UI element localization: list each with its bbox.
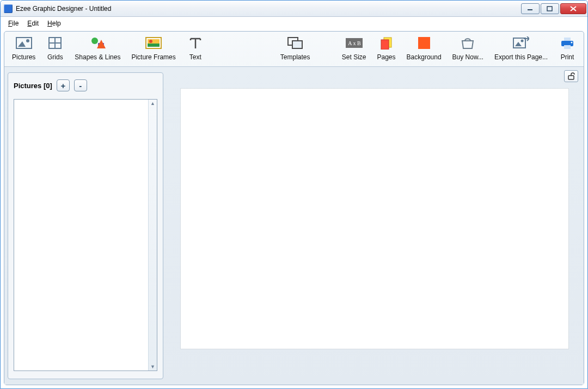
canvas-area <box>167 67 584 385</box>
minimize-icon <box>527 6 534 11</box>
remove-picture-button[interactable]: - <box>74 79 87 91</box>
pictures-icon <box>15 36 33 50</box>
svg-rect-14 <box>148 44 160 47</box>
menu-help[interactable]: Help <box>43 17 65 30</box>
grids-icon <box>46 36 64 50</box>
tool-frames[interactable]: Picture Frames <box>126 34 181 63</box>
tool-templates[interactable]: Templates <box>275 34 316 63</box>
svg-rect-22 <box>513 38 525 48</box>
tool-text[interactable]: Text <box>181 34 210 63</box>
pictures-panel: Pictures [0] + - ▲ ▼ <box>8 72 163 379</box>
tool-label: Set Size <box>342 53 366 61</box>
svg-point-13 <box>149 40 152 43</box>
tool-shapes[interactable]: Shapes & Lines <box>69 34 126 63</box>
lock-toggle[interactable] <box>564 70 578 82</box>
tool-label: Pages <box>377 53 396 61</box>
svg-rect-26 <box>564 38 571 41</box>
background-icon <box>415 36 433 50</box>
svg-rect-27 <box>564 45 571 49</box>
svg-point-8 <box>91 38 98 44</box>
maximize-icon <box>547 6 553 11</box>
svg-rect-20 <box>381 40 389 50</box>
svg-marker-3 <box>18 41 26 47</box>
tool-label: Buy Now... <box>452 53 483 61</box>
tool-label: Grids <box>47 53 63 61</box>
close-icon <box>569 6 577 11</box>
add-picture-button[interactable]: + <box>57 79 70 91</box>
app-window: Ezee Graphic Designer - Untitled File Ed… <box>0 0 588 389</box>
export-icon <box>512 36 530 50</box>
shapes-icon <box>89 36 106 50</box>
scroll-down-icon[interactable]: ▼ <box>149 363 157 371</box>
tool-label: Export this Page... <box>494 53 548 61</box>
canvas[interactable] <box>181 89 568 349</box>
window-title: Ezee Graphic Designer - Untitled <box>16 5 111 13</box>
templates-icon <box>286 36 304 50</box>
close-button[interactable] <box>560 3 586 14</box>
unlock-icon <box>567 72 575 80</box>
setsize-icon: A x B <box>345 36 363 50</box>
workarea: Pictures [0] + - ▲ ▼ <box>4 67 584 385</box>
pictures-list[interactable]: ▲ ▼ <box>14 99 157 371</box>
svg-point-24 <box>520 40 523 42</box>
scroll-up-icon[interactable]: ▲ <box>149 100 157 107</box>
print-icon <box>559 36 576 50</box>
tool-export[interactable]: Export this Page... <box>489 34 553 63</box>
text-icon <box>187 36 204 50</box>
tool-label: Print <box>561 53 574 61</box>
maximize-button[interactable] <box>541 3 559 14</box>
tool-grids[interactable]: Grids <box>41 34 69 63</box>
svg-rect-21 <box>418 37 430 49</box>
bag-icon <box>459 36 476 50</box>
minimize-button[interactable] <box>521 3 540 14</box>
main-frame: Pictures Grids Shapes & Lines Picture Fr… <box>4 31 584 385</box>
tool-label: Templates <box>280 53 310 61</box>
svg-rect-0 <box>528 9 532 10</box>
tool-label: Text <box>189 53 201 61</box>
tool-pages[interactable]: Pages <box>372 34 401 63</box>
frames-icon <box>145 36 162 50</box>
svg-rect-29 <box>568 76 574 79</box>
svg-marker-23 <box>515 42 522 46</box>
scrollbar[interactable]: ▲ ▼ <box>148 100 157 371</box>
svg-point-4 <box>26 39 29 42</box>
svg-text:A x B: A x B <box>348 40 361 46</box>
app-icon <box>4 4 13 13</box>
panel-header: Pictures [0] + - <box>8 73 163 97</box>
tool-pictures[interactable]: Pictures <box>7 34 41 63</box>
svg-rect-16 <box>292 41 302 48</box>
pages-icon <box>378 36 395 50</box>
svg-point-28 <box>571 42 573 44</box>
tool-label: Shapes & Lines <box>75 53 120 61</box>
menubar: File Edit Help <box>1 17 587 30</box>
panel-title: Pictures [0] <box>14 82 52 90</box>
svg-rect-1 <box>547 7 552 11</box>
tool-background[interactable]: Background <box>401 34 447 63</box>
titlebar: Ezee Graphic Designer - Untitled <box>1 1 587 17</box>
tool-buy[interactable]: Buy Now... <box>447 34 489 63</box>
menu-file[interactable]: File <box>4 17 23 30</box>
tool-label: Picture Frames <box>131 53 175 61</box>
side-panel-container: Pictures [0] + - ▲ ▼ <box>4 67 167 385</box>
tool-setsize[interactable]: A x B Set Size <box>336 34 372 63</box>
tool-print[interactable]: Print <box>553 34 581 63</box>
tool-label: Pictures <box>12 53 35 61</box>
toolbar: Pictures Grids Shapes & Lines Picture Fr… <box>4 32 584 67</box>
menu-edit[interactable]: Edit <box>23 17 43 30</box>
tool-label: Background <box>407 53 442 61</box>
